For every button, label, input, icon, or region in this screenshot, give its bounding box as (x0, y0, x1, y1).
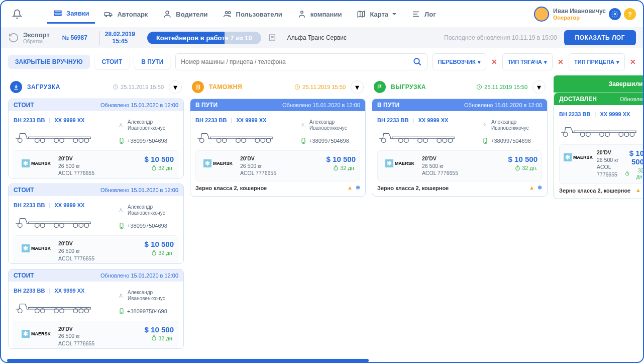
settings-icon[interactable] (609, 8, 621, 20)
clock-icon (294, 84, 300, 90)
shipment-card[interactable]: СТОИТ Обновлено 15.01.2020 в 12:00 ВН 22… (8, 99, 184, 178)
bell-icon[interactable] (8, 5, 26, 23)
column-expand[interactable]: ▾ (532, 80, 546, 94)
search-icon[interactable] (413, 57, 422, 66)
customs-icon (192, 81, 204, 93)
download-icon (10, 81, 22, 93)
phone-icon (118, 222, 125, 229)
svg-point-33 (120, 209, 122, 210)
svg-point-21 (120, 124, 122, 125)
column-customs: ТАМОЖНЯ 25.11.2019 15:50 ▾ В ПУТИ Обновл… (190, 75, 366, 349)
last-updated: Последнее обновления 10.11.19 в 15:00 (444, 34, 557, 41)
driver-name: Александр Ивановенккочус (128, 119, 178, 131)
column-unloading: ВЫГРУЗКА 25.11.2019 15:50 ▾ В ПУТИ Обнов… (372, 75, 548, 349)
card-updated: Обновлено 15.01.2020 в 12:00 (100, 187, 178, 193)
card-updated: Обновлено 15.01.2020 в 12:00 (282, 102, 360, 108)
svg-point-13 (18, 138, 23, 143)
card-status: В ПУТИ (377, 102, 399, 109)
column-completed: Завершили п ДОСТАВЛЕН Обновлено ВН 2233 … (554, 75, 643, 349)
horizontal-scrollbar[interactable] (7, 359, 369, 362)
warning-icon: ▲ (529, 185, 534, 191)
driver-name: Александр Ивановенккочус (128, 204, 178, 216)
svg-point-9 (614, 13, 616, 15)
tab-closed-manual[interactable]: ЗАКРЫТЫЕ ВРУЧНУЮ (8, 55, 90, 69)
svg-point-51 (200, 138, 204, 143)
card-updated: Обновлено 15.01.2020 в 12:00 (100, 273, 178, 279)
card-updated: Обновлено 15.01.2020 в 12:00 (100, 102, 178, 108)
shipment-card[interactable]: СТОИТ Обновлено 15.01.2020 в 12:00 ВН 22… (8, 184, 184, 263)
maersk-logo: ✱MAERSK (200, 155, 236, 172)
svg-point-7 (228, 12, 231, 14)
svg-point-48 (152, 336, 156, 340)
dd-carrier[interactable]: ПЕРЕВОЗЧИК▾ (433, 53, 486, 70)
dd-trailer-type[interactable]: ТИП ПРИЦЕПА▾ (569, 53, 625, 70)
svg-point-23 (121, 142, 122, 143)
container-info: ✱MAERSK 20'DV26 500 кгACOL 7776655 $ 10 … (14, 321, 178, 349)
timer: 32 дн. (508, 165, 538, 171)
shipment-card[interactable]: В ПУТИ Обновлено 15.01.2020 в 12:00 ВН 2… (190, 99, 366, 197)
undo-icon[interactable] (8, 32, 19, 43)
nav-fleet[interactable]: Автопарк (98, 6, 154, 23)
phone-number: +380997504698 (127, 223, 167, 229)
snowflake-icon: ❄ (356, 185, 360, 191)
price: $ 10 500 (145, 240, 174, 248)
clear-trailer-type[interactable]: ✕ (630, 58, 636, 66)
column-expand[interactable]: ▾ (169, 80, 182, 94)
driver-icon (118, 292, 124, 299)
nav-map[interactable]: Карта (351, 6, 402, 23)
truck-icon (195, 126, 281, 144)
nav-log[interactable]: Лог (405, 6, 442, 23)
maersk-logo: ✱MAERSK (18, 155, 54, 172)
clock-icon (476, 84, 482, 90)
nav-users[interactable]: Пользователи (217, 6, 288, 23)
card-status: СТОИТ (14, 187, 34, 194)
truck-icon (14, 297, 99, 315)
license-plates: ВН 2233 ВВ|ХХ 9999 ХХ (14, 202, 118, 208)
card-updated: Обновлено 15.01.2020 в 12:00 (464, 102, 542, 108)
order-number[interactable]: № 56987 (57, 34, 92, 41)
clear-truck-type[interactable]: ✕ (558, 58, 564, 66)
cargo-text: Зерно класса 2, кошерное (195, 185, 267, 191)
truck-icon (559, 120, 643, 138)
show-log-button[interactable]: ПОКАЗАТЬ ЛОГ (564, 30, 636, 45)
nav-requests[interactable]: Заявки (47, 5, 95, 24)
phone-icon (300, 137, 307, 144)
svg-point-64 (382, 138, 386, 143)
help-icon[interactable]: ? (624, 8, 636, 20)
svg-point-47 (121, 313, 122, 313)
driver-name: Александр Ивановенккочус (491, 119, 542, 131)
svg-rect-1 (54, 14, 61, 15)
svg-point-76 (564, 132, 568, 137)
svg-rect-2 (105, 13, 110, 16)
price: $ 10 500 (145, 325, 174, 334)
phone-icon (118, 308, 125, 315)
svg-point-8 (301, 11, 303, 14)
maersk-logo: ✱MAERSK (18, 325, 54, 342)
avatar (534, 7, 549, 22)
doc-icon (268, 34, 276, 42)
svg-point-59 (302, 124, 303, 125)
shipment-card[interactable]: ДОСТАВЛЕН Обновлено ВН 2233 ВВ|ХХ 9999 Х… (554, 93, 643, 199)
maersk-logo: ✱MAERSK (564, 149, 593, 166)
shipment-card[interactable]: В ПУТИ Обновлено 15.01.2020 в 12:00 ВН 2… (372, 99, 548, 197)
tab-moving[interactable]: В ПУТИ (134, 55, 170, 69)
progress-pill: Контейнеров в работе 7 из 10 (147, 32, 261, 44)
svg-point-35 (121, 227, 122, 228)
shipment-card[interactable]: СТОИТ Обновлено 15.01.2020 в 12:00 ВН 22… (8, 269, 184, 349)
search-input-wrap[interactable] (175, 53, 427, 70)
phone-number: +380997504698 (491, 138, 531, 144)
nav-drivers[interactable]: Водители (157, 6, 213, 23)
card-status: СТОИТ (14, 102, 34, 109)
timer: 32 дн. (145, 335, 174, 341)
phone-number: +380997504698 (127, 138, 167, 144)
timer: 32 дн. (145, 165, 174, 171)
user-chip[interactable]: Иван Ивановичус Оператор (534, 7, 606, 22)
dd-truck-type[interactable]: ТИП ТЯГАЧА▾ (502, 53, 553, 70)
tab-stopped[interactable]: СТОИТ (95, 55, 130, 69)
container-info: ✱MAERSK 20'DV26 500 кгACOL 7776655 $ 10 … (195, 150, 360, 182)
clear-carrier[interactable]: ✕ (491, 58, 497, 66)
nav-companies[interactable]: компании (291, 6, 348, 23)
column-expand[interactable]: ▾ (351, 80, 364, 94)
container-info: ✱MAERSK 20'DV26 500 кгACOL 7776655 $ 10 … (559, 144, 643, 184)
search-input[interactable] (181, 58, 412, 65)
